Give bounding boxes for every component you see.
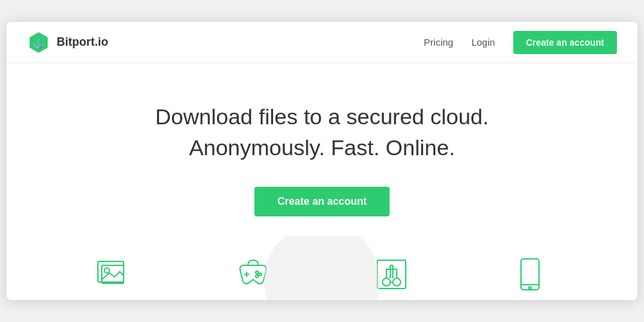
create-account-hero-button[interactable]: Create an account [254,187,390,216]
browser-window: ⚓ Bitport.io Pricing Login Create an acc… [6,22,638,299]
logo-icon: ⚓ [27,31,50,54]
hero-title-line1: Download files to a secured cloud. [155,104,489,129]
svg-point-7 [256,271,258,274]
svg-text:⚓: ⚓ [32,37,45,49]
brand-name: Bitport.io [57,35,108,49]
svg-point-8 [259,273,261,276]
login-link[interactable]: Login [471,37,495,48]
hero-title-line2: Anonymously. Fast. Online. [189,135,455,160]
hero-title: Download files to a secured cloud. Anony… [155,102,489,163]
svg-point-4 [104,268,109,273]
mobile-icon-item [511,255,549,294]
svg-point-11 [383,278,390,286]
svg-point-12 [393,278,401,286]
nav-links: Pricing Login Create an account [424,31,617,54]
logo-area: ⚓ Bitport.io [27,31,108,54]
image-icon-item [95,255,134,294]
svg-point-9 [256,275,258,278]
navbar: ⚓ Bitport.io Pricing Login Create an acc… [6,22,638,63]
create-account-nav-button[interactable]: Create an account [513,31,617,54]
svg-rect-10 [377,260,406,289]
image-icon [95,255,134,294]
icons-section [6,236,638,300]
mobile-icon [511,255,549,294]
svg-point-22 [529,287,531,289]
pricing-link[interactable]: Pricing [424,37,453,48]
hero-section: Download files to a secured cloud. Anony… [6,63,638,235]
circle-decoration [264,236,380,300]
